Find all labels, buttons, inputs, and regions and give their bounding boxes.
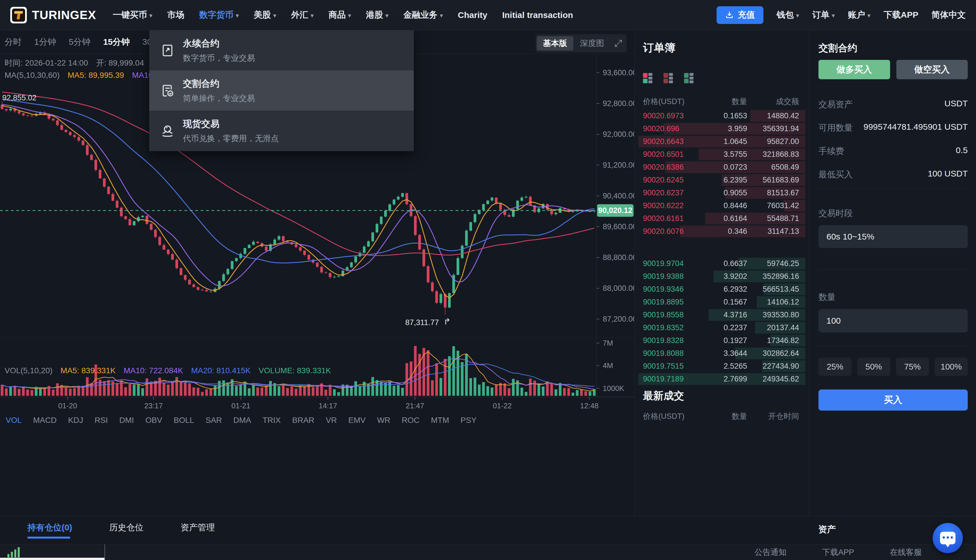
ask-row[interactable]: 90020.69730.165314880.42 <box>634 110 809 122</box>
nav-item-market[interactable]: 市场 <box>167 9 184 21</box>
tab-持有仓位(0)[interactable]: 持有仓位(0) <box>27 522 72 533</box>
svg-text:90,400.00: 90,400.00 <box>603 192 634 200</box>
indicator-macd[interactable]: MACD <box>33 416 57 425</box>
period-select[interactable]: 60s 10~15% <box>819 225 968 248</box>
nav-item-forex[interactable]: 外汇▾ <box>291 9 314 21</box>
buy-short-button[interactable]: 做空买入 <box>896 60 968 79</box>
chevron-down-icon: ▾ <box>149 12 152 19</box>
order-price: 90020.696 <box>643 124 680 133</box>
bid-row[interactable]: 90019.88950.156714106.12 <box>634 296 809 308</box>
percent-button-25[interactable]: 25% <box>819 358 852 376</box>
indicator-emv[interactable]: EMV <box>348 416 366 425</box>
quantity-input[interactable]: 100 <box>819 309 968 332</box>
nav-item-hk-stock[interactable]: 港股▾ <box>366 9 388 21</box>
indicator-dmi[interactable]: DMI <box>119 416 134 425</box>
timeframe-分时[interactable]: 分时 <box>5 36 22 48</box>
timeframe-1分钟[interactable]: 1分钟 <box>34 36 56 48</box>
buy-button[interactable]: 买入 <box>819 390 968 411</box>
trading-app: TURINGEX 一键买币▾市场数字货币▾美股▾外汇▾商品▾港股▾金融业务▾Ch… <box>0 0 976 560</box>
indicator-boll[interactable]: BOLL <box>174 416 194 425</box>
deposit-label: 充值 <box>738 9 755 21</box>
view-tab-基本版[interactable]: 基本版 <box>537 36 573 50</box>
ask-row[interactable]: 90020.62370.905581513.67 <box>634 187 809 199</box>
menu-item-delivery[interactable]: 交割合约简单操作，专业交易 <box>149 70 414 111</box>
ask-row[interactable]: 90020.63860.07236508.49 <box>634 161 809 173</box>
ask-row[interactable]: 90020.66431.064595827.00 <box>634 135 809 148</box>
nav-item-download-app[interactable]: 下载APP <box>884 9 918 21</box>
nav-item-initial-transaction[interactable]: Initial transaction <box>502 10 573 20</box>
brand-logo-icon[interactable] <box>10 7 27 23</box>
indicator-brar[interactable]: BRAR <box>292 416 314 425</box>
nav-item-wallet[interactable]: 钱包▾ <box>777 9 799 21</box>
bid-row[interactable]: 90019.85584.3716393530.80 <box>634 308 809 321</box>
percent-button-75[interactable]: 75% <box>896 358 929 376</box>
menu-item-spot[interactable]: 现货交易代币兑换，零费用，无滑点 <box>149 111 414 151</box>
live-chat-button[interactable] <box>933 523 963 553</box>
nav-item-charity[interactable]: Charity <box>458 10 487 20</box>
nav-item-label: 钱包 <box>777 9 794 21</box>
tab-资产管理[interactable]: 资产管理 <box>180 522 215 533</box>
bid-row[interactable]: 90019.75152.5265227434.90 <box>634 360 809 373</box>
deposit-button[interactable]: 充值 <box>717 6 764 24</box>
vol-ma10: MA10: 722.084K <box>124 366 183 375</box>
bid-row[interactable]: 90019.71892.7699249345.62 <box>634 373 809 385</box>
indicator-dma[interactable]: DMA <box>234 416 251 425</box>
ask-row[interactable]: 90020.60760.34631147.13 <box>634 225 809 238</box>
ask-row[interactable]: 90020.61610.616455488.71 <box>634 212 809 225</box>
nav-item-us-stock[interactable]: 美股▾ <box>254 9 276 21</box>
timeframe-5分钟[interactable]: 5分钟 <box>69 36 91 48</box>
orderbook-view-bids-icon[interactable] <box>684 73 694 83</box>
bid-row[interactable]: 90019.93466.2932566513.45 <box>634 283 809 296</box>
ask-row[interactable]: 90020.62456.2395561683.69 <box>634 173 809 187</box>
status-link-公告通知[interactable]: 公告通知 <box>755 547 787 558</box>
order-qty: 6.2932 <box>724 285 747 294</box>
orderbook-header-qty: 数量 <box>732 97 747 107</box>
nav-item-crypto[interactable]: 数字货币▾ <box>199 9 239 21</box>
nav-item-finance[interactable]: 金融业务▾ <box>403 9 443 21</box>
bid-row[interactable]: 90019.83280.192717346.82 <box>634 334 809 347</box>
percent-button-100[interactable]: 100% <box>934 358 968 376</box>
buy-long-button[interactable]: 做多买入 <box>819 60 890 79</box>
view-tab-深度图[interactable]: 深度图 <box>574 36 610 50</box>
nav-item-orders[interactable]: 订单▾ <box>812 9 835 21</box>
orderbook-view-both-icon[interactable] <box>643 73 653 83</box>
menu-item-perpetual[interactable]: 永续合约数字货币，专业交易 <box>149 30 414 70</box>
bid-row[interactable]: 90019.83520.223720137.44 <box>634 321 809 334</box>
order-amount: 95827.00 <box>767 137 799 146</box>
ask-row[interactable]: 90020.6963.959356391.94 <box>634 122 809 135</box>
indicator-rsi[interactable]: RSI <box>94 416 108 425</box>
indicator-sar[interactable]: SAR <box>206 416 222 425</box>
brand-name[interactable]: TURINGEX <box>32 8 96 22</box>
vol-ma20: MA20: 810.415K <box>191 366 251 375</box>
nav-item-account[interactable]: 账户▾ <box>848 9 871 21</box>
nav-item-language[interactable]: 简体中文 <box>931 9 966 21</box>
bid-row[interactable]: 90019.93883.9202352896.16 <box>634 270 809 283</box>
menu-item-title: 交割合约 <box>183 78 255 90</box>
indicator-wr[interactable]: WR <box>377 416 390 425</box>
tab-历史仓位[interactable]: 历史仓位 <box>109 522 144 533</box>
status-link-下载APP[interactable]: 下载APP <box>822 547 854 558</box>
indicator-trix[interactable]: TRIX <box>262 416 281 425</box>
fullscreen-icon[interactable]: ⤢ <box>611 38 625 49</box>
orderbook-view-asks-icon[interactable] <box>663 73 674 83</box>
indicator-mtm[interactable]: MTM <box>431 416 449 425</box>
percent-button-50[interactable]: 50% <box>857 358 891 376</box>
indicator-vr[interactable]: VR <box>326 416 337 425</box>
bids-list: 90019.97040.663759746.2590019.93883.9202… <box>634 257 809 385</box>
nav-item-commodity[interactable]: 商品▾ <box>328 9 351 21</box>
indicator-obv[interactable]: OBV <box>145 416 162 425</box>
indicator-psy[interactable]: PSY <box>461 416 476 425</box>
indicator-roc[interactable]: ROC <box>402 416 419 425</box>
nav-item-quick-buy[interactable]: 一键买币▾ <box>113 9 152 21</box>
indicator-vol[interactable]: VOL <box>6 416 22 425</box>
order-amount: 393530.80 <box>762 310 799 319</box>
ask-row[interactable]: 90020.65013.5755321868.83 <box>634 148 809 161</box>
ask-row[interactable]: 90020.62220.844676031.42 <box>634 199 809 212</box>
bid-row[interactable]: 90019.80883.3644302862.64 <box>634 347 809 360</box>
order-price: 90020.6237 <box>643 188 684 197</box>
timeframe-15分钟[interactable]: 15分钟 <box>103 36 130 48</box>
bid-row[interactable]: 90019.97040.663759746.25 <box>634 257 809 270</box>
status-link-在线客服[interactable]: 在线客服 <box>890 547 922 558</box>
svg-text:↱: ↱ <box>443 317 451 326</box>
indicator-kdj[interactable]: KDJ <box>68 416 83 425</box>
